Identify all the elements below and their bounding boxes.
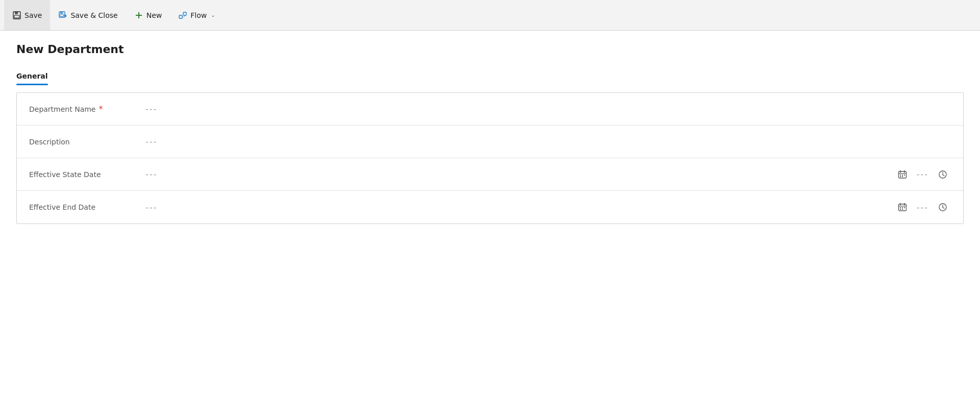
svg-rect-32 — [902, 207, 903, 208]
effective-end-date-calendar-icon[interactable] — [894, 199, 911, 215]
page-title: New Department — [16, 43, 964, 56]
description-value[interactable]: --- — [141, 137, 951, 146]
svg-rect-31 — [900, 207, 901, 208]
save-close-button[interactable]: Save & Close — [50, 0, 126, 30]
effective-start-date-row: Effective State Date --- --- — [17, 158, 963, 191]
effective-start-date-calendar-icon[interactable] — [894, 166, 911, 183]
effective-start-date-value[interactable]: --- — [141, 169, 894, 179]
effective-end-date-value[interactable]: --- — [141, 203, 894, 212]
new-icon — [134, 11, 143, 20]
effective-start-date-label: Effective State Date — [29, 170, 141, 179]
svg-rect-33 — [904, 207, 905, 208]
save-close-label: Save & Close — [70, 11, 117, 19]
description-row: Description --- — [17, 126, 963, 158]
svg-rect-2 — [14, 15, 19, 18]
effective-start-time-value[interactable]: --- — [911, 169, 935, 179]
form-section: Department Name * --- Description --- Ef… — [16, 92, 964, 224]
effective-start-time-icon[interactable] — [935, 166, 951, 183]
toolbar: Save Save & Close New — [0, 0, 980, 31]
effective-end-time-value[interactable]: --- — [911, 203, 935, 212]
save-button[interactable]: Save — [4, 0, 50, 30]
svg-rect-21 — [904, 175, 905, 176]
svg-rect-11 — [179, 15, 182, 18]
svg-rect-23 — [902, 176, 903, 177]
new-label: New — [146, 11, 162, 19]
tabs: General — [16, 68, 964, 84]
svg-rect-22 — [900, 176, 901, 177]
svg-rect-1 — [15, 12, 18, 14]
svg-line-26 — [943, 175, 944, 176]
effective-end-date-row: Effective End Date --- --- — [17, 191, 963, 224]
svg-rect-12 — [183, 12, 186, 15]
svg-line-38 — [943, 208, 944, 209]
department-name-label: Department Name * — [29, 104, 141, 114]
svg-rect-4 — [60, 12, 63, 14]
required-indicator: * — [99, 104, 103, 114]
description-label: Description — [29, 138, 141, 146]
flow-icon — [178, 11, 187, 20]
svg-rect-5 — [60, 14, 64, 16]
flow-button[interactable]: Flow ⌄ — [170, 0, 223, 30]
effective-end-date-label: Effective End Date — [29, 203, 141, 211]
flow-label: Flow — [190, 11, 207, 19]
svg-rect-20 — [902, 175, 903, 176]
department-name-row: Department Name * --- — [17, 93, 963, 126]
save-icon — [12, 11, 21, 20]
flow-chevron-icon: ⌄ — [211, 12, 215, 18]
new-button[interactable]: New — [126, 0, 170, 30]
department-name-value[interactable]: --- — [141, 104, 951, 114]
save-close-icon — [58, 11, 67, 20]
effective-end-time-icon[interactable] — [935, 199, 951, 215]
svg-rect-34 — [900, 209, 901, 210]
page-content: New Department General Department Name *… — [0, 31, 980, 236]
save-label: Save — [24, 11, 42, 19]
svg-rect-19 — [900, 175, 901, 176]
tab-general[interactable]: General — [16, 68, 48, 84]
svg-rect-35 — [902, 209, 903, 210]
